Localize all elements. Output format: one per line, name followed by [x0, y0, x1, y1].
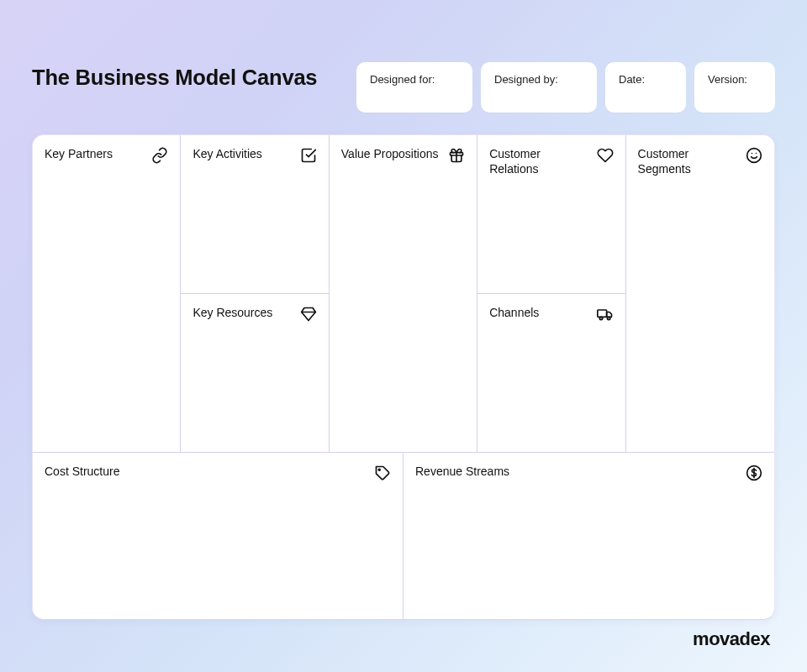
- cell-value-propositions: Value Propositions: [330, 135, 477, 452]
- cell-customer-segments: Customer Segments: [626, 135, 774, 452]
- cell-header: Revenue Streams: [415, 465, 762, 481]
- col-customer-segments: Customer Segments: [626, 135, 774, 452]
- cell-header: Customer Relations: [489, 147, 613, 176]
- cell-header: Key Resources: [193, 306, 316, 323]
- meta-version: Version:: [694, 62, 775, 113]
- cell-title: Channels: [489, 306, 539, 321]
- cell-title: Key Activities: [193, 147, 261, 162]
- gift-icon: [448, 147, 465, 164]
- cell-title: Revenue Streams: [415, 465, 509, 480]
- meta-label: Designed by:: [494, 73, 558, 86]
- col-key-partners: Key Partners: [33, 135, 181, 452]
- cell-header: Key Partners: [45, 147, 168, 164]
- svg-rect-1: [597, 310, 606, 317]
- cell-title: Value Propositions: [341, 147, 439, 162]
- cell-title: Customer Relations: [489, 147, 589, 176]
- canvas-bottom-row: Cost Structure Revenue Streams: [33, 453, 774, 619]
- smile-icon: [746, 147, 762, 164]
- cell-cost-structure: Cost Structure: [33, 453, 404, 619]
- page-title: The Business Model Canvas: [32, 62, 317, 90]
- heart-icon: [597, 147, 614, 164]
- meta-boxes: Designed for: Designed by: Date: Version…: [356, 62, 775, 113]
- brand-logo: movadex: [693, 628, 770, 650]
- link-icon: [151, 147, 168, 164]
- canvas-top-row: Key Partners Key Activities: [33, 135, 774, 453]
- svg-point-4: [747, 149, 762, 163]
- diamond-icon: [300, 306, 317, 323]
- col-value-propositions: Value Propositions: [330, 135, 477, 452]
- cell-key-activities: Key Activities: [181, 135, 328, 294]
- cell-header: Key Activities: [193, 147, 316, 164]
- svg-point-2: [599, 317, 602, 319]
- cell-channels: Channels: [477, 294, 625, 452]
- cell-header: Channels: [489, 306, 613, 323]
- dollar-circle-icon: [746, 465, 762, 481]
- cell-header: Customer Segments: [638, 147, 762, 176]
- check-square-icon: [300, 147, 317, 164]
- canvas: Key Partners Key Activities: [32, 134, 775, 620]
- meta-label: Version:: [708, 73, 747, 86]
- header: The Business Model Canvas Designed for: …: [32, 62, 775, 113]
- meta-label: Designed for:: [370, 73, 435, 86]
- cell-title: Customer Segments: [638, 147, 739, 176]
- cell-title: Key Partners: [45, 147, 113, 162]
- meta-date: Date:: [605, 62, 686, 113]
- cell-customer-relations: Customer Relations: [477, 135, 625, 294]
- col-customer-relations-channels: Customer Relations Channels: [477, 135, 625, 452]
- col-key-activities-resources: Key Activities Key Resources: [181, 135, 329, 452]
- cell-title: Cost Structure: [45, 465, 119, 480]
- truck-icon: [597, 306, 614, 323]
- page: The Business Model Canvas Designed for: …: [0, 0, 807, 672]
- cell-revenue-streams: Revenue Streams: [404, 453, 774, 619]
- cell-key-resources: Key Resources: [181, 294, 328, 452]
- cell-title: Key Resources: [193, 306, 272, 321]
- cell-header: Cost Structure: [45, 465, 391, 481]
- meta-designed-by: Designed by:: [481, 62, 597, 113]
- cell-key-partners: Key Partners: [33, 135, 180, 452]
- cell-header: Value Propositions: [341, 147, 465, 164]
- svg-point-3: [607, 317, 609, 319]
- meta-designed-for: Designed for:: [356, 62, 472, 113]
- tag-icon: [374, 465, 391, 481]
- svg-point-7: [378, 469, 380, 470]
- meta-label: Date:: [619, 73, 645, 86]
